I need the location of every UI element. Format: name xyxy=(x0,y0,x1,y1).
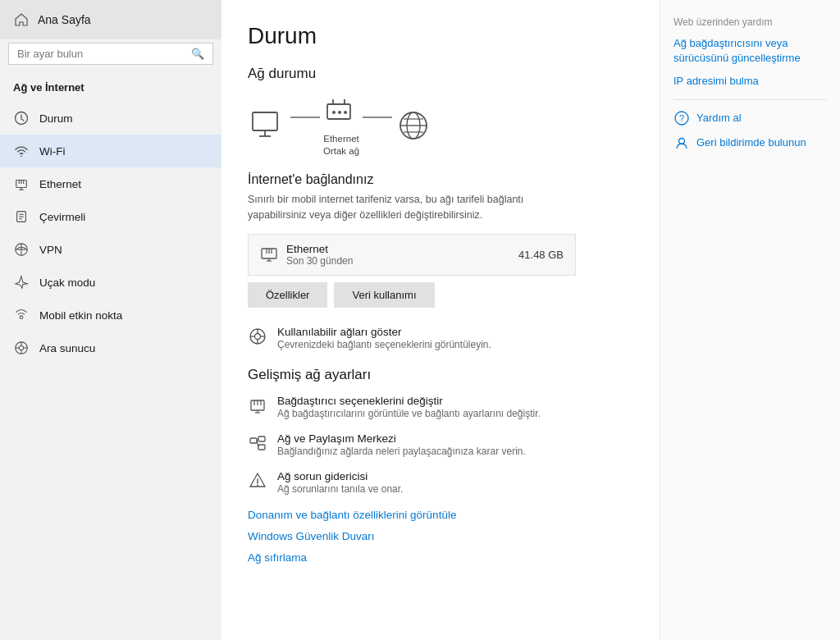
proxy-icon xyxy=(13,340,30,356)
svg-rect-22 xyxy=(253,112,277,130)
ethernet-info-name: Ethernet xyxy=(286,243,353,255)
ethernet-info-box: Ethernet Son 30 günden 41.48 GB xyxy=(248,234,576,276)
sharing-row: Ağ ve Paylaşım Merkezi Bağlandığınız ağl… xyxy=(248,432,633,459)
sidebar-item-label: Ara sunucu xyxy=(39,342,95,354)
sidebar-item-mobil[interactable]: Mobil etkin nokta xyxy=(0,299,221,331)
svg-line-58 xyxy=(257,441,258,447)
sidebar-item-label: Durum xyxy=(39,112,73,125)
sidebar-item-ethernet[interactable]: Ethernet xyxy=(0,167,221,200)
right-panel-help1[interactable]: ? Yardım al xyxy=(673,110,827,126)
sidebar-home-button[interactable]: Ana Sayfa xyxy=(0,0,221,39)
feedback-icon xyxy=(673,135,690,151)
svg-point-1 xyxy=(21,155,22,157)
ethernet-box-icon xyxy=(260,245,278,264)
router-label: Ethernet Ortak ağ xyxy=(323,133,359,158)
svg-text:?: ? xyxy=(679,113,684,123)
svg-point-43 xyxy=(255,334,261,340)
ethernet-info-size: 41.48 GB xyxy=(518,249,564,261)
search-icon: 🔍 xyxy=(191,48,204,60)
svg-rect-54 xyxy=(250,438,257,443)
line2 xyxy=(363,117,392,118)
help-icon: ? xyxy=(673,110,690,126)
sidebar-item-vpn[interactable]: VPN xyxy=(0,233,221,266)
router-node: Ethernet Ortak ağ xyxy=(320,94,363,158)
svg-point-17 xyxy=(19,345,23,350)
adapter-title: Bağdaştırıcı seçeneklerini değiştir xyxy=(277,395,541,407)
ozellikler-button[interactable]: Özellikler xyxy=(248,282,327,308)
svg-point-15 xyxy=(20,316,23,319)
link-guvenlik[interactable]: Windows Güvenlik Duvarı xyxy=(248,530,375,542)
available-networks-text: Kullanılabilir ağları göster Çevrenizdek… xyxy=(277,326,491,352)
svg-point-30 xyxy=(344,111,347,114)
vpn-icon xyxy=(13,241,30,258)
sidebar-item-label: VPN xyxy=(39,244,62,256)
sidebar-item-label: Wi-Fi xyxy=(39,145,65,158)
status-icon xyxy=(13,110,30,126)
ethernet-btn-row: Özellikler Veri kullanımı xyxy=(248,282,633,308)
ethernet-icon xyxy=(13,176,30,192)
right-panel-title: Web üzerinden yardım xyxy=(673,16,827,28)
svg-point-29 xyxy=(338,111,341,114)
sidebar-item-durum[interactable]: Durum xyxy=(0,102,221,135)
ag-durumu-title: Ağ durumu xyxy=(248,66,633,82)
right-panel: Web üzerinden yardım Ağ bağdaştırıcısını… xyxy=(660,0,840,640)
line1 xyxy=(290,117,320,118)
connection-desc: Sınırlı bir mobil internet tarifeniz var… xyxy=(248,192,559,223)
right-panel-separator xyxy=(673,99,827,100)
advanced-section-title: Gelişmiş ağ ayarları xyxy=(248,367,633,383)
link-donanim[interactable]: Donanım ve bağlantı özelliklerini görünt… xyxy=(248,509,456,521)
pc-node xyxy=(248,107,290,144)
svg-point-60 xyxy=(257,484,258,486)
available-networks-row[interactable]: Kullanılabilir ağları göster Çevrenizdek… xyxy=(248,326,633,352)
right-panel-help2[interactable]: Geri bildirimde bulunun xyxy=(673,135,827,151)
help1-label: Yardım al xyxy=(696,112,742,124)
sidebar: Ana Sayfa 🔍 Ağ ve İnternet Durum Wi-Fi xyxy=(0,0,221,640)
router-icon xyxy=(320,94,363,130)
main-content: Durum Ağ durumu xyxy=(221,0,660,640)
sidebar-home-label: Ana Sayfa xyxy=(38,13,91,26)
airplane-icon xyxy=(13,274,30,290)
sharing-title: Ağ ve Paylaşım Merkezi xyxy=(277,432,526,445)
sidebar-item-label: Ethernet xyxy=(39,178,81,190)
network-diagram: Ethernet Ortak ağ xyxy=(248,94,633,158)
available-networks-title: Kullanılabilir ağları göster xyxy=(277,326,491,338)
troubleshoot-row: Ağ sorun gidericisi Ağ sorunlarını tanıl… xyxy=(248,470,633,496)
svg-rect-56 xyxy=(258,445,265,450)
sidebar-search-box[interactable]: 🔍 xyxy=(8,43,213,65)
sidebar-item-label: Mobil etkin nokta xyxy=(39,309,122,322)
sharing-text: Ağ ve Paylaşım Merkezi Bağlandığınız ağl… xyxy=(277,432,526,459)
adapter-text: Bağdaştırıcı seçeneklerini değiştir Ağ b… xyxy=(277,395,541,421)
right-panel-link2[interactable]: IP adresimi bulma xyxy=(673,74,827,89)
sidebar-item-label: Çevirmeli xyxy=(39,211,85,223)
link-sifirla[interactable]: Ağ sıfırlama xyxy=(248,551,307,564)
home-icon xyxy=(13,11,30,28)
adapter-icon xyxy=(248,395,267,415)
search-input[interactable] xyxy=(17,48,191,60)
adapter-row: Bağdaştırıcı seçeneklerini değiştir Ağ b… xyxy=(248,395,633,421)
svg-point-28 xyxy=(332,111,336,114)
page-title: Durum xyxy=(248,23,633,49)
connection-title: İnternet'e bağlandınız xyxy=(248,172,633,187)
right-panel-link1[interactable]: Ağ bağdaştırıcısını veya sürücüsünü günc… xyxy=(673,36,827,66)
sidebar-item-ucak[interactable]: Uçak modu xyxy=(0,266,221,299)
veri-kullanimi-button[interactable]: Veri kullanımı xyxy=(334,282,434,308)
troubleshoot-text: Ağ sorun gidericisi Ağ sorunlarını tanıl… xyxy=(277,470,403,496)
troubleshoot-icon xyxy=(248,471,267,491)
ethernet-info-text: Ethernet Son 30 günden xyxy=(286,243,353,267)
available-networks-icon xyxy=(248,327,267,346)
internet-node xyxy=(392,107,435,144)
troubleshoot-title: Ağ sorun gidericisi xyxy=(277,470,403,482)
ethernet-info-sub: Son 30 günden xyxy=(286,255,353,267)
sharing-icon xyxy=(248,433,267,453)
sidebar-item-wifi[interactable]: Wi-Fi xyxy=(0,135,221,167)
dial-icon xyxy=(13,208,30,225)
help2-label: Geri bildirimde bulunun xyxy=(696,136,806,149)
sidebar-item-label: Uçak modu xyxy=(39,277,95,289)
globe-icon xyxy=(392,107,435,144)
troubleshoot-sub: Ağ sorunlarını tanıla ve onar. xyxy=(277,482,403,496)
available-networks-sub: Çevrenizdeki bağlantı seçeneklerini görü… xyxy=(277,338,491,352)
sidebar-section-title: Ağ ve İnternet xyxy=(0,75,221,102)
wifi-icon xyxy=(13,143,30,159)
sidebar-item-proxy[interactable]: Ara sunucu xyxy=(0,331,221,364)
sidebar-item-cevirmeli[interactable]: Çevirmeli xyxy=(0,200,221,233)
